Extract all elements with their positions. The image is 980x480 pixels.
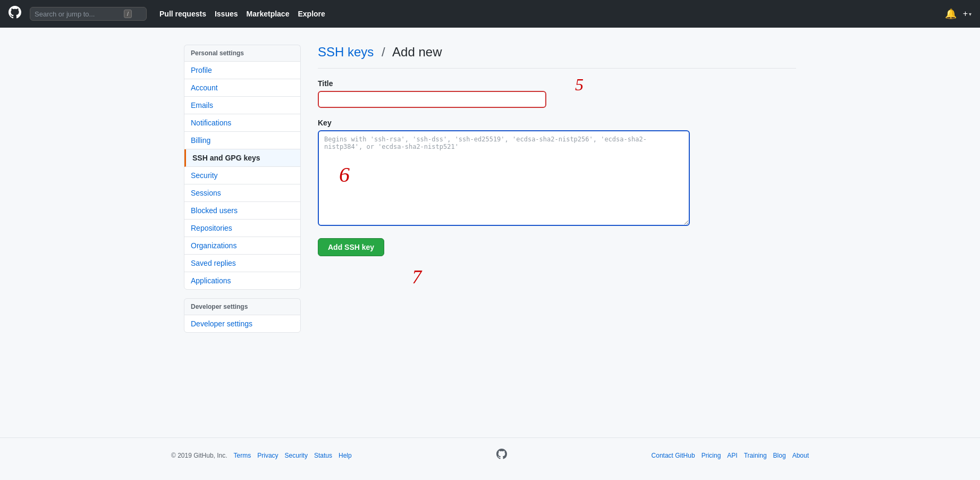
footer-link-about[interactable]: About: [792, 452, 809, 459]
footer-link-blog[interactable]: Blog: [773, 452, 786, 459]
footer-inner: © 2019 GitHub, Inc. Terms Privacy Securi…: [171, 449, 809, 462]
sidebar-item-sessions[interactable]: Sessions: [184, 184, 300, 202]
main-content: SSH keys / Add new Title 5 Key 6: [318, 45, 796, 420]
sidebar-item-repositories[interactable]: Repositories: [184, 220, 300, 237]
footer-link-status[interactable]: Status: [314, 452, 332, 459]
footer-right: Contact GitHub Pricing API Training Blog…: [652, 452, 809, 459]
sidebar-item-security[interactable]: Security: [184, 167, 300, 184]
title-label: Title: [318, 79, 796, 88]
footer-left: © 2019 GitHub, Inc. Terms Privacy Securi…: [171, 452, 352, 459]
notification-bell-icon[interactable]: 🔔: [945, 8, 957, 20]
page-wrapper: Personal settings Profile Account Emails…: [171, 28, 809, 437]
footer-link-help[interactable]: Help: [339, 452, 352, 459]
navbar: / Pull requests Issues Marketplace Explo…: [0, 0, 980, 28]
sidebar-item-emails[interactable]: Emails: [184, 97, 300, 114]
footer-link-privacy[interactable]: Privacy: [257, 452, 278, 459]
sidebar: Personal settings Profile Account Emails…: [184, 45, 301, 420]
sidebar-item-organizations[interactable]: Organizations: [184, 237, 300, 255]
title-form-group: Title 5: [318, 79, 796, 108]
breadcrumb-ssh-keys[interactable]: SSH keys: [318, 45, 374, 59]
footer-link-pricing[interactable]: Pricing: [702, 452, 721, 459]
footer-link-security[interactable]: Security: [285, 452, 308, 459]
sidebar-item-notifications[interactable]: Notifications: [184, 114, 300, 132]
page-subtitle: Add new: [392, 45, 442, 59]
sidebar-item-profile[interactable]: Profile: [184, 62, 300, 79]
page-heading: SSH keys / Add new: [318, 45, 796, 69]
search-box[interactable]: /: [30, 7, 147, 21]
add-ssh-key-button[interactable]: Add SSH key: [318, 238, 384, 256]
annotation-7: 7: [412, 266, 421, 288]
nav-marketplace[interactable]: Marketplace: [247, 10, 290, 18]
key-label: Key: [318, 119, 796, 127]
sidebar-item-account[interactable]: Account: [184, 79, 300, 97]
footer-copyright: © 2019 GitHub, Inc.: [171, 452, 227, 459]
nav-explore[interactable]: Explore: [298, 10, 325, 18]
sidebar-item-developer-settings[interactable]: Developer settings: [184, 315, 300, 332]
sidebar-item-billing[interactable]: Billing: [184, 132, 300, 149]
footer-link-contact[interactable]: Contact GitHub: [652, 452, 695, 459]
submit-section: Add SSH key 7: [318, 238, 384, 256]
footer-link-terms[interactable]: Terms: [234, 452, 251, 459]
sidebar-item-ssh-gpg-keys[interactable]: SSH and GPG keys: [184, 149, 300, 167]
site-footer: © 2019 GitHub, Inc. Terms Privacy Securi…: [0, 437, 980, 473]
navbar-right: 🔔 + ▾: [945, 8, 971, 20]
breadcrumb-separator: /: [382, 45, 385, 59]
chevron-down-icon: ▾: [969, 11, 971, 17]
nav-issues[interactable]: Issues: [215, 10, 238, 18]
plus-icon: +: [963, 9, 968, 19]
nav-pull-requests[interactable]: Pull requests: [159, 10, 206, 18]
sidebar-section-title: Personal settings: [184, 45, 301, 61]
footer-link-api[interactable]: API: [727, 452, 737, 459]
sidebar-section2-title: Developer settings: [184, 298, 301, 315]
sidebar-item-blocked-users[interactable]: Blocked users: [184, 202, 300, 220]
slash-icon: /: [124, 10, 132, 18]
sidebar-item-applications[interactable]: Applications: [184, 272, 300, 289]
sidebar-list: Profile Account Emails Notifications Bil…: [184, 61, 301, 290]
github-logo-icon[interactable]: [9, 6, 21, 22]
footer-link-training[interactable]: Training: [744, 452, 767, 459]
github-footer-logo-icon: [496, 449, 507, 462]
key-textarea[interactable]: [318, 130, 690, 226]
search-input[interactable]: [35, 10, 120, 18]
navbar-links: Pull requests Issues Marketplace Explore: [159, 10, 325, 18]
sidebar-item-saved-replies[interactable]: Saved replies: [184, 255, 300, 272]
key-form-group: Key 6: [318, 119, 796, 228]
title-input[interactable]: [318, 91, 546, 108]
sidebar-section2: Developer settings: [184, 315, 301, 333]
create-new-button[interactable]: + ▾: [963, 9, 971, 19]
